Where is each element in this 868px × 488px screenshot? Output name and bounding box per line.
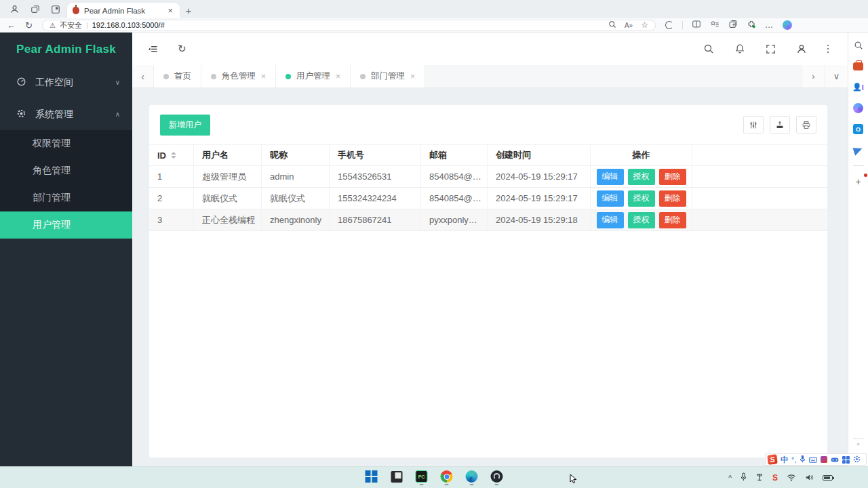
tab-status-dot bbox=[163, 74, 169, 79]
cell-username: 正心全栈编程 bbox=[194, 209, 262, 230]
sort-icon[interactable] bbox=[171, 152, 176, 159]
tab-close-icon[interactable]: × bbox=[410, 72, 415, 81]
chrome-icon[interactable] bbox=[439, 469, 455, 487]
tab-close-icon[interactable]: × bbox=[166, 5, 174, 16]
edit-button[interactable]: 编辑 bbox=[597, 212, 624, 228]
drop-icon[interactable] bbox=[852, 144, 864, 156]
edit-button[interactable]: 编辑 bbox=[597, 169, 624, 185]
system-submenu: 权限管理 角色管理 部门管理 用户管理 bbox=[0, 130, 132, 239]
delete-button[interactable]: 删除 bbox=[659, 212, 686, 228]
new-tab-button[interactable]: + bbox=[180, 3, 197, 18]
fullscreen-icon[interactable] bbox=[766, 44, 776, 54]
tray-expand-icon[interactable]: ^ bbox=[728, 474, 732, 482]
tabs-scroll-right-icon[interactable]: › bbox=[802, 65, 825, 87]
essentials-icon[interactable] bbox=[665, 21, 673, 29]
sidebar-search-icon[interactable] bbox=[852, 39, 864, 51]
battery-icon[interactable] bbox=[823, 475, 833, 481]
screen: Pear Admin Flask × + ← ↻ ⚠ 不安全 | 192.168… bbox=[0, 0, 868, 488]
favorites-bar-icon[interactable] bbox=[710, 19, 719, 31]
not-secure-label[interactable]: 不安全 bbox=[60, 20, 82, 30]
tab-status-dot bbox=[285, 74, 291, 79]
tabs-menu-icon[interactable]: ∨ bbox=[825, 65, 848, 87]
export-icon[interactable] bbox=[770, 116, 790, 134]
profiles-icon[interactable]: 👤I bbox=[852, 81, 864, 93]
back-icon[interactable]: ← bbox=[7, 21, 16, 30]
split-screen-icon[interactable] bbox=[692, 19, 701, 31]
tab-home[interactable]: 首页 bbox=[154, 65, 201, 87]
address-url[interactable]: 192.168.0.103:5000/# bbox=[92, 21, 165, 29]
table-row: 2 就眠仪式 就眠仪式 155324324234 8540854@… 2024-… bbox=[149, 188, 827, 209]
sidebar-copilot-icon[interactable] bbox=[852, 102, 864, 114]
tab-close-icon[interactable]: × bbox=[336, 72, 340, 81]
refresh-icon[interactable]: ↻ bbox=[178, 43, 186, 55]
wifi-icon[interactable] bbox=[787, 472, 796, 484]
pycharm-icon[interactable]: PC bbox=[414, 469, 430, 487]
grid-icon[interactable] bbox=[842, 456, 850, 464]
bell-icon[interactable] bbox=[734, 43, 745, 54]
search-icon[interactable] bbox=[703, 43, 714, 54]
delete-button[interactable]: 删除 bbox=[659, 190, 686, 207]
add-user-button[interactable]: 新增用户 bbox=[160, 115, 210, 136]
sogou-logo-icon[interactable]: S bbox=[767, 454, 777, 464]
tab-label: 首页 bbox=[174, 70, 191, 82]
table-row: 3 正心全栈编程 zhengxinonly 18675867241 pyxxpo… bbox=[149, 209, 827, 231]
columns-icon[interactable] bbox=[743, 116, 764, 134]
punctuation-icon[interactable]: °, bbox=[791, 456, 796, 464]
tab-roles[interactable]: 角色管理 × bbox=[201, 65, 276, 87]
browser-more-icon[interactable]: … bbox=[765, 20, 774, 30]
favorite-star-icon[interactable]: ☆ bbox=[641, 20, 648, 30]
chinese-mode-icon[interactable]: 中 bbox=[781, 456, 788, 464]
browser-tab-strip: Pear Admin Flask × + bbox=[0, 0, 868, 18]
mic-icon[interactable] bbox=[800, 453, 806, 466]
tab-actions-icon[interactable] bbox=[51, 5, 60, 14]
edit-button[interactable]: 编辑 bbox=[597, 190, 624, 207]
clipboard-icon[interactable] bbox=[821, 456, 827, 463]
delete-button[interactable]: 删除 bbox=[659, 169, 686, 185]
sidebar-item-roles[interactable]: 角色管理 bbox=[0, 157, 132, 184]
sidebar-item-workspace[interactable]: 工作空间 ∨ bbox=[0, 66, 132, 98]
tab-close-icon[interactable]: × bbox=[261, 72, 266, 81]
tray-mic-icon[interactable] bbox=[741, 472, 747, 484]
authorize-button[interactable]: 授权 bbox=[628, 212, 655, 228]
more-icon[interactable] bbox=[827, 45, 829, 54]
authorize-button[interactable]: 授权 bbox=[628, 190, 655, 207]
game-icon[interactable] bbox=[831, 453, 839, 466]
user-icon[interactable] bbox=[796, 43, 807, 54]
tabs-scroll-left-icon[interactable]: ‹ bbox=[132, 65, 154, 87]
tab-users[interactable]: 用户管理 × bbox=[276, 65, 351, 87]
read-aloud-icon[interactable]: A» bbox=[625, 22, 633, 29]
sidebar-item-users[interactable]: 用户管理 bbox=[0, 211, 132, 239]
sidebar-item-departments[interactable]: 部门管理 bbox=[0, 184, 132, 211]
outlook-icon[interactable]: O bbox=[852, 123, 864, 135]
address-bar[interactable]: ⚠ 不安全 | 192.168.0.103:5000/# A» ☆ bbox=[42, 20, 656, 31]
window-app-icon[interactable] bbox=[389, 469, 405, 487]
add-sidebar-icon[interactable]: + bbox=[852, 176, 864, 187]
extensions-icon[interactable] bbox=[747, 19, 756, 31]
workspaces-icon[interactable] bbox=[31, 5, 40, 14]
browser-tab-title: Pear Admin Flask bbox=[84, 7, 161, 15]
col-phone: 手机号 bbox=[330, 145, 421, 165]
volume-icon[interactable] bbox=[805, 472, 814, 484]
sogou-tray-icon[interactable]: S bbox=[772, 473, 778, 483]
keyboard-icon[interactable] bbox=[809, 453, 817, 466]
tab-departments[interactable]: 部门管理 × bbox=[351, 65, 425, 87]
reload-icon[interactable]: ↻ bbox=[25, 21, 33, 30]
collections-icon[interactable] bbox=[728, 19, 738, 31]
authorize-button[interactable]: 授权 bbox=[628, 169, 655, 185]
browser-tab[interactable]: Pear Admin Flask × bbox=[67, 3, 180, 18]
tray-tool-icon[interactable] bbox=[755, 472, 764, 484]
obs-icon[interactable] bbox=[489, 469, 505, 487]
collapse-sidebar-icon[interactable] bbox=[147, 44, 159, 54]
sidebar-item-system[interactable]: 系统管理 ∧ bbox=[0, 98, 132, 130]
print-icon[interactable] bbox=[796, 116, 816, 134]
copilot-icon[interactable] bbox=[783, 20, 792, 30]
settings-icon[interactable] bbox=[853, 453, 861, 466]
cell-phone: 15543526531 bbox=[330, 166, 421, 187]
zoom-icon[interactable] bbox=[608, 20, 616, 30]
shopping-icon[interactable] bbox=[852, 60, 864, 72]
sidebar-item-permissions[interactable]: 权限管理 bbox=[0, 130, 132, 157]
collapse-caret-icon[interactable]: ^ bbox=[856, 442, 859, 449]
edge-icon[interactable] bbox=[464, 469, 480, 487]
profile-icon[interactable] bbox=[9, 4, 20, 14]
start-icon[interactable] bbox=[363, 469, 380, 487]
